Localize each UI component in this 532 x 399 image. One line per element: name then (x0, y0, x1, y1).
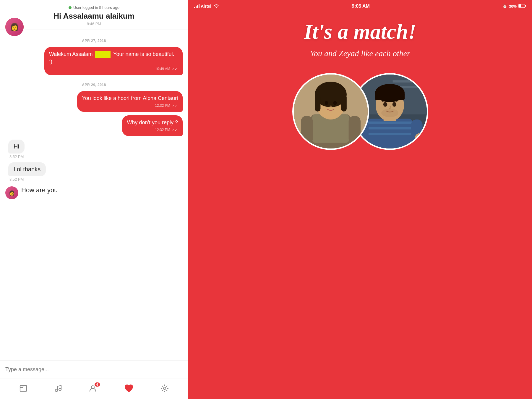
svg-point-22 (333, 101, 337, 105)
message-text: You look like a hoori from Alpha Centaur… (82, 95, 178, 101)
svg-point-3 (59, 388, 61, 391)
message-meta: 12:32 PM ✓✓ (127, 127, 178, 133)
signal-bar-3 (197, 5, 198, 8)
svg-rect-31 (367, 122, 413, 124)
read-receipts: ✓✓ (172, 104, 177, 107)
message-row: Hi 8:52 PM (5, 140, 183, 159)
svg-point-40 (381, 109, 398, 117)
chat-panel: User logged in 5 hours ago Hi Assalaamu … (0, 0, 188, 399)
message-row: You look like a hoori from Alpha Centaur… (5, 91, 183, 112)
user-status: User logged in 5 hours ago (69, 5, 119, 10)
message-bubble-sent: You look like a hoori from Alpha Centaur… (77, 91, 183, 112)
message-meta: 12:32 PM ✓✓ (82, 103, 178, 108)
svg-point-23 (330, 106, 332, 107)
message-row-with-avatar: 👩 How are you (5, 185, 183, 199)
message-list: APR 27, 2018 Walekum Assalam Your name i… (0, 30, 188, 360)
svg-rect-20 (341, 94, 346, 112)
read-receipts: ✓✓ (172, 67, 177, 71)
message-text: Why don't you reply ? (127, 119, 178, 125)
nav-music[interactable] (54, 384, 62, 392)
message-text: Hi (14, 143, 19, 150)
svg-point-39 (392, 102, 396, 106)
match-avatar-left[interactable] (292, 73, 369, 150)
status-dot (69, 6, 72, 9)
match-panel: Airtel 9:05 AM ⏰ 30% It's a match! You a… (188, 0, 532, 399)
match-avatars (292, 73, 428, 150)
battery-icon (518, 4, 526, 9)
svg-point-38 (383, 102, 387, 106)
message-meta: 10:49 AM ✓✓ (49, 67, 178, 72)
message-bubble-received: Lol thanks (8, 162, 46, 176)
female-avatar-image (294, 75, 368, 148)
svg-rect-19 (315, 94, 320, 112)
message-bubble-sent: Why don't you reply ? 12:32 PM ✓✓ (122, 115, 183, 136)
nav-profile[interactable]: 6 (89, 384, 97, 392)
signal-bars (194, 4, 200, 8)
date-divider: APR 27, 2018 (5, 39, 183, 43)
nav-settings[interactable] (160, 384, 169, 392)
svg-point-8 (163, 387, 166, 390)
message-text-standalone: How are you (21, 185, 58, 194)
date-divider: APR 29, 2018 (5, 83, 183, 87)
svg-rect-28 (392, 80, 426, 83)
message-input[interactable] (5, 364, 183, 375)
sender-avatar-inline: 👩 (5, 186, 18, 199)
match-subtitle: You and Zeyad like each other (310, 49, 410, 58)
redacted-text (95, 51, 111, 58)
chat-contact-name: Hi Assalaamu alaikum (53, 12, 134, 21)
message-meta: 8:52 PM (8, 177, 24, 182)
battery-percent: 30% (509, 4, 517, 9)
message-text: Lol thanks (14, 166, 40, 172)
status-bar: Airtel 9:05 AM ⏰ 30% (188, 0, 532, 11)
svg-point-21 (325, 101, 328, 105)
svg-line-6 (58, 385, 61, 386)
signal-bar-4 (199, 4, 200, 8)
read-receipts: ✓✓ (172, 128, 177, 132)
alarm-icon: ⏰ (502, 4, 507, 9)
avatar-image: 👩 (5, 18, 24, 36)
match-title: It's a match! (304, 20, 416, 43)
wifi-icon (214, 4, 219, 9)
profile-badge: 6 (95, 382, 100, 387)
message-row: Why don't you reply ? 12:32 PM ✓✓ (5, 115, 183, 136)
chat-header-time: 8:46 PM (87, 22, 101, 26)
chat-header: User logged in 5 hours ago Hi Assalaamu … (0, 0, 188, 30)
message-row: Walekum Assalam Your name is so beautifu… (5, 47, 183, 75)
svg-rect-11 (525, 5, 526, 7)
nav-files[interactable] (19, 384, 27, 392)
message-meta: 8:52 PM (8, 154, 24, 159)
message-bubble-sent: Walekum Assalam Your name is so beautifu… (44, 47, 183, 75)
svg-rect-32 (367, 127, 413, 130)
message-row: Lol thanks 8:52 PM (5, 162, 183, 182)
svg-rect-10 (519, 4, 521, 7)
svg-rect-37 (375, 93, 405, 100)
signal-bar-2 (196, 6, 197, 8)
signal-bar-1 (194, 7, 195, 8)
message-time: 12:32 PM (155, 104, 170, 108)
status-text: User logged in 5 hours ago (73, 5, 119, 10)
message-text: How are you (21, 185, 58, 194)
message-text: Walekum Assalam Your name is so beautifu… (49, 51, 174, 64)
svg-point-43 (415, 133, 425, 141)
battery-info: ⏰ 30% (502, 4, 526, 9)
message-time: 10:49 AM (155, 67, 170, 71)
svg-rect-1 (20, 385, 23, 387)
chat-input-area (0, 360, 188, 379)
message-bubble-received: Hi (8, 140, 25, 154)
svg-rect-25 (348, 116, 360, 144)
svg-rect-33 (367, 133, 413, 135)
bottom-navigation: 6 (0, 379, 188, 399)
message-time: 12:32 PM (155, 128, 170, 132)
nav-heart[interactable] (124, 383, 134, 394)
carrier-name: Airtel (201, 4, 211, 9)
contact-avatar[interactable]: 👩 (5, 18, 24, 36)
carrier-info: Airtel (194, 4, 219, 9)
status-time: 9:05 AM (352, 4, 370, 9)
svg-rect-24 (301, 116, 313, 144)
svg-point-2 (55, 389, 58, 392)
